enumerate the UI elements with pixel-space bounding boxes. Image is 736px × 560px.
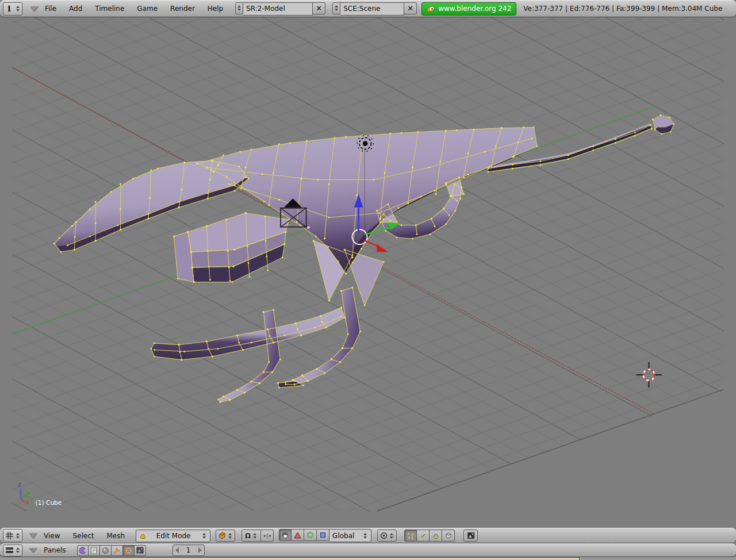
edge-select-button[interactable] — [417, 530, 430, 542]
scene-stepper[interactable] — [332, 2, 340, 14]
occlude-geometry-button[interactable] — [442, 530, 455, 542]
object-arrows-icon — [113, 547, 121, 554]
viewport-canvas[interactable]: z x (1) Cube — [0, 17, 736, 528]
camera-origin-dot — [306, 226, 310, 229]
material-sphere-icon — [102, 547, 109, 554]
blender-version-button[interactable]: www.blender.org 242 — [421, 2, 516, 16]
buttons-window-type-stepper[interactable] — [15, 546, 21, 555]
buttons-header: Panels — [0, 543, 736, 557]
window-type-button[interactable]: i — [3, 2, 22, 16]
orientation-selector[interactable]: Global — [329, 529, 371, 542]
solid-draw-icon — [218, 532, 226, 539]
menu-view[interactable]: View — [37, 532, 66, 540]
menu-mesh[interactable]: Mesh — [101, 532, 132, 540]
proportional-circle-icon — [380, 532, 388, 539]
buttons-collapse-triangle-icon[interactable] — [29, 548, 37, 553]
buttons-window-type-button[interactable] — [3, 544, 22, 557]
active-object-label: (1) Cube — [36, 499, 62, 507]
frame-prev-arrow-icon[interactable] — [175, 547, 179, 553]
menu-game[interactable]: Game — [131, 5, 164, 13]
view3d-header: View Select Mesh Edit Mode Ω — [0, 528, 736, 543]
edit-mode-icon — [139, 532, 147, 539]
scene-close-button[interactable]: ✕ — [404, 2, 417, 14]
draw-type-button[interactable] — [216, 530, 235, 542]
manipulator-toggle-button[interactable] — [261, 530, 274, 542]
green-donut-icon — [306, 531, 314, 539]
gizmo-x-arrowhead-icon[interactable] — [377, 244, 388, 252]
view3d-window-type-button[interactable] — [3, 529, 22, 542]
menu-panels[interactable]: Panels — [37, 546, 72, 554]
hand-icon — [282, 531, 289, 539]
manipulator-scale-button[interactable] — [317, 529, 329, 541]
menu-select[interactable]: Select — [66, 532, 100, 540]
pivot-point-button[interactable]: Ω — [241, 530, 261, 542]
pivot-icon: Ω — [245, 532, 251, 540]
menu-render[interactable]: Render — [164, 5, 201, 13]
mini-axis-x-label: x — [26, 499, 29, 505]
red-cone-icon — [294, 532, 301, 539]
pivot-stepper[interactable] — [252, 531, 258, 540]
collapse-menu-triangle-icon[interactable] — [30, 6, 39, 11]
shading-buttons-button[interactable] — [100, 545, 112, 556]
screen-close-button[interactable]: ✕ — [313, 2, 325, 14]
info-icon: i — [5, 4, 14, 13]
view3d-window-type-stepper[interactable] — [15, 531, 21, 540]
editing-buttons-button[interactable] — [123, 545, 135, 556]
object-buttons-button[interactable] — [112, 545, 123, 556]
logic-buttons-button[interactable] — [77, 545, 89, 556]
blender-logo-icon — [427, 5, 435, 13]
face-mode-icon — [432, 532, 439, 539]
manipulator-translate-button[interactable] — [292, 529, 304, 541]
proportional-edit-button[interactable] — [377, 530, 397, 542]
frame-counter[interactable]: 1 — [172, 544, 205, 556]
menu-add[interactable]: Add — [63, 5, 89, 13]
logic-pacman-icon — [79, 547, 86, 554]
edge-mode-icon — [420, 532, 427, 539]
top-header: i File Add Timeline Game Render Help SR:… — [0, 0, 736, 17]
screen-selector[interactable]: SR:2-Model — [243, 2, 313, 16]
blender-window: i File Add Timeline Game Render Help SR:… — [0, 0, 736, 560]
occlude-cube-icon — [444, 532, 452, 539]
screen-stepper[interactable] — [235, 2, 243, 14]
face-select-button[interactable] — [430, 530, 442, 542]
vertex-select-button[interactable] — [404, 530, 417, 542]
script-paper-icon — [90, 547, 97, 554]
manipulator-hand-button[interactable] — [279, 529, 292, 541]
editing-square-icon — [125, 547, 132, 554]
proportional-stepper[interactable] — [389, 531, 394, 540]
mini-axis-z-label: z — [18, 481, 21, 488]
window-type-stepper[interactable] — [15, 4, 21, 13]
orientation-stepper[interactable] — [362, 531, 368, 540]
script-buttons-button[interactable] — [89, 545, 100, 556]
view3d-collapse-triangle-icon[interactable] — [29, 533, 37, 538]
render-image-icon — [467, 532, 475, 539]
scene-selector[interactable]: SCE:Scene — [340, 2, 404, 16]
manipulator-rotate-button[interactable] — [304, 529, 317, 541]
viewport-3d[interactable]: z x (1) Cube — [0, 17, 736, 528]
panels-window-icon — [5, 546, 14, 555]
buttons-panel-strip — [0, 557, 736, 560]
draw-type-stepper[interactable] — [227, 531, 233, 540]
frame-next-arrow-icon[interactable] — [198, 547, 202, 553]
mode-stepper[interactable] — [201, 531, 207, 540]
scene-image-icon — [136, 547, 144, 554]
menu-file[interactable]: File — [39, 5, 63, 13]
grid-window-icon — [5, 531, 14, 540]
mini-axis-indicator: z x — [18, 481, 30, 505]
blue-square-icon — [320, 532, 326, 538]
menu-help[interactable]: Help — [201, 5, 229, 13]
panel-peek — [80, 557, 580, 560]
menu-timeline[interactable]: Timeline — [89, 5, 131, 13]
scene-buttons-button[interactable] — [135, 545, 146, 556]
scene-statistics: Ve:377-377 | Ed:776-776 | Fa:399-399 | M… — [523, 5, 722, 13]
vertex-mode-icon — [407, 532, 414, 539]
3d-cursor[interactable] — [636, 362, 661, 388]
frame-value: 1 — [186, 546, 191, 554]
render-preview-button[interactable] — [463, 530, 478, 542]
mode-selector[interactable]: Edit Mode — [136, 530, 210, 542]
move-arrows-icon — [263, 532, 271, 539]
